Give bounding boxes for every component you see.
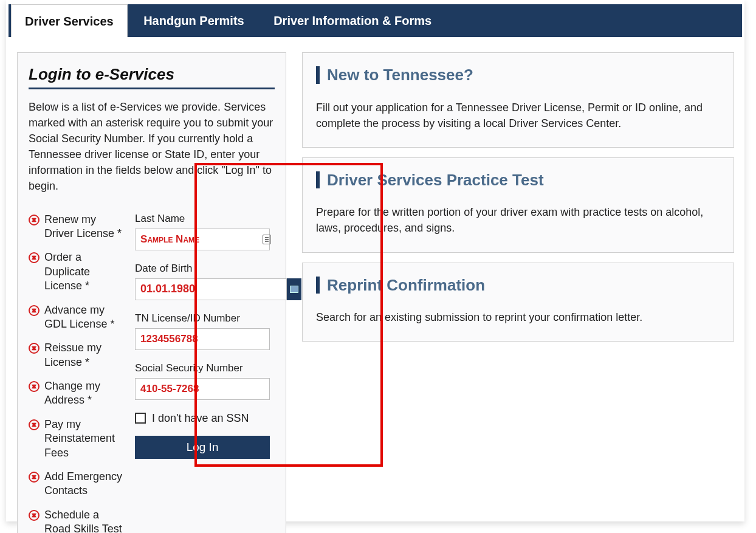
star-icon [29,472,40,483]
star-icon [29,252,40,263]
star-icon [29,343,40,354]
login-form: Last Name Date of Birth TN License/ID Nu… [135,213,275,533]
field-dob: Date of Birth [135,263,275,300]
service-item-label: Schedule a Road Skills Test Appointment … [44,508,123,533]
service-item-label: Pay my Reinstatement Fees [44,418,123,460]
no-ssn-row: I don't have an SSN [135,412,275,425]
tab-driver-info-forms[interactable]: Driver Information & Forms [260,4,445,37]
dob-input[interactable] [135,278,287,300]
service-item-4[interactable]: Change my Address * [29,379,123,408]
login-intro-text: Below is a list of e-Services we provide… [29,99,275,194]
dob-label: Date of Birth [135,263,275,275]
service-item-label: Order a Duplicate License * [44,250,123,293]
info-card-title[interactable]: Reprint Confirmation [316,277,720,294]
last-name-input[interactable] [135,229,270,250]
info-card-0: New to Tennessee?Fill out your applicati… [302,52,734,148]
service-item-label: Change my Address * [44,379,123,408]
tab-handgun-permits[interactable]: Handgun Permits [130,4,258,37]
info-card-title[interactable]: New to Tennessee? [316,66,720,84]
service-item-label: Reissue my License * [44,341,123,370]
dob-calendar-button[interactable] [287,278,301,300]
license-label: TN License/ID Number [135,312,275,325]
info-card-2: Reprint ConfirmationSearch for an existi… [302,263,734,342]
info-card-title[interactable]: Driver Services Practice Test [316,171,720,189]
calendar-icon [290,286,298,293]
no-ssn-checkbox[interactable] [135,413,146,424]
star-icon [29,419,40,430]
service-item-label: Add Emergency Contacts [44,470,123,498]
info-card-1: Driver Services Practice TestPrepare for… [302,157,734,253]
service-item-label: Renew my Driver License * [44,213,123,241]
field-last-name: Last Name [135,213,275,250]
service-item-5[interactable]: Pay my Reinstatement Fees [29,418,123,460]
login-panel: Login to e-Services Below is a list of e… [17,52,286,533]
right-column: New to Tennessee?Fill out your applicati… [302,52,734,533]
star-icon [29,215,40,225]
id-card-icon [263,235,271,244]
no-ssn-label: I don't have an SSN [152,412,249,425]
info-card-text: Fill out your application for a Tennesse… [316,100,720,131]
ssn-label: Social Security Number [135,362,275,374]
login-button[interactable]: Log In [135,436,270,459]
service-item-1[interactable]: Order a Duplicate License * [29,250,123,293]
info-card-text: Prepare for the written portion of your … [316,204,720,236]
tab-bar: Driver Services Handgun Permits Driver I… [9,4,742,37]
service-item-label: Advance my GDL License * [44,303,123,332]
service-item-3[interactable]: Reissue my License * [29,341,123,370]
field-license: TN License/ID Number [135,312,275,350]
star-icon [29,510,40,521]
last-name-label: Last Name [135,213,275,225]
ssn-input[interactable] [135,378,270,400]
login-two-col: Renew my Driver License *Order a Duplica… [29,213,275,533]
license-input[interactable] [135,328,270,350]
star-icon [29,305,40,316]
tab-driver-services[interactable]: Driver Services [11,4,128,37]
service-item-2[interactable]: Advance my GDL License * [29,303,123,332]
services-list: Renew my Driver License *Order a Duplica… [29,213,123,533]
content-row: Login to e-Services Below is a list of e… [17,52,734,533]
service-item-7[interactable]: Schedule a Road Skills Test Appointment … [29,508,123,533]
star-icon [29,381,40,392]
field-ssn: Social Security Number [135,362,275,400]
info-card-text: Search for an existing submission to rep… [316,309,720,325]
service-item-0[interactable]: Renew my Driver License * [29,213,123,241]
service-item-6[interactable]: Add Emergency Contacts [29,470,123,498]
login-panel-title: Login to e-Services [29,65,275,89]
